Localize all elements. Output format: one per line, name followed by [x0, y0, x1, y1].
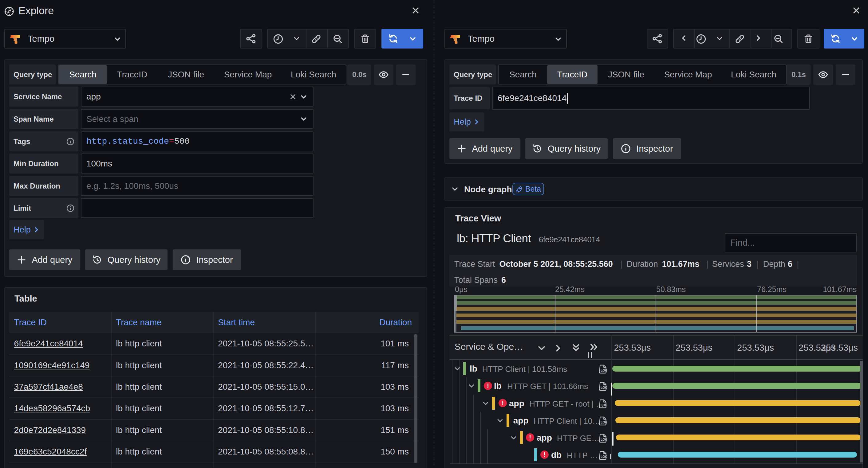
- svg-text:LOG: LOG: [600, 386, 607, 390]
- svg-text:LOG: LOG: [600, 455, 607, 459]
- svg-text:LOG: LOG: [600, 403, 607, 407]
- svg-text:LOG: LOG: [600, 438, 607, 441]
- svg-text:LOG: LOG: [600, 421, 607, 424]
- svg-text:LOG: LOG: [600, 369, 607, 372]
